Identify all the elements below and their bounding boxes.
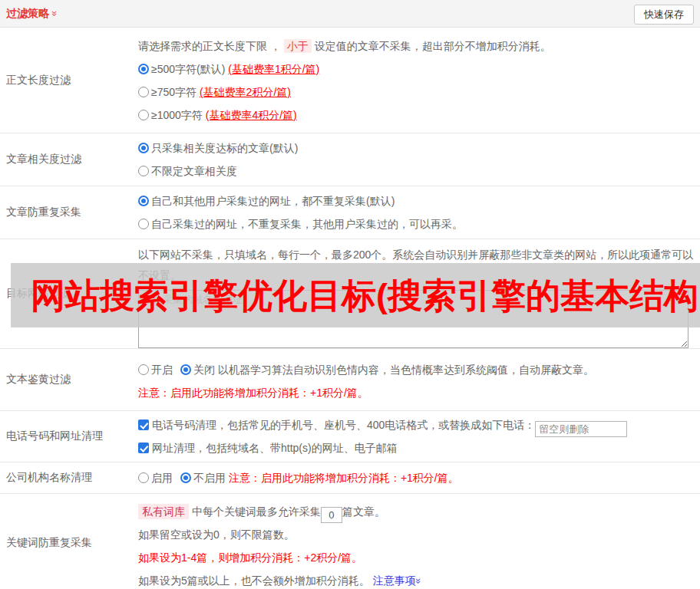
company-cleanup-cost-note: 注意：启用此功能将增加积分消耗：+1积分/篇。	[229, 472, 459, 484]
checkbox-url-cleanup-checked[interactable]	[138, 443, 149, 453]
row-phone-url-cleanup: 电话号码和网址清理 电话号码清理，包括常见的手机号、座机号、400电话格式，或替…	[0, 411, 700, 462]
porn-filter-options: 开启关闭 以机器学习算法自动识别色情内容，当色情概率达到系统阈值，自动屏蔽文章。	[138, 358, 700, 381]
relevance-option-strict[interactable]: 只采集相关度达标的文章(默认)	[138, 137, 700, 160]
quick-save-button[interactable]: 快速保存	[634, 5, 694, 25]
radio-porn-on[interactable]	[138, 364, 149, 375]
company-cleanup-options: 启用不启用 注意：启用此功能将增加积分消耗：+1积分/篇。	[138, 466, 700, 489]
row-relevance-filter: 文章相关度过滤 只采集相关度达标的文章(默认) 不限定文章相关度	[0, 133, 700, 186]
section-header-bar: 过滤策略 » 快速保存	[0, 0, 700, 28]
chevron-double-down-icon: »	[50, 11, 60, 16]
porn-filter-cost-note: 注意：启用此功能将增加积分消耗：+1积分/篇。	[138, 381, 700, 404]
radio-company-enable[interactable]	[138, 472, 149, 483]
radio-relevance-any[interactable]	[138, 166, 149, 176]
dedup-option-global[interactable]: 自己和其他用户采集过的网址，都不重复采集(默认)	[138, 189, 700, 212]
row-label: 目标网站过滤	[0, 239, 138, 348]
length-filter-intro: 请选择需求的正文长度下限 ， 小于 设定值的文章不采集，超出部分不增加积分消耗。	[138, 35, 695, 58]
filter-settings-page: 过滤策略 » 快速保存 正文长度过滤 请选择需求的正文长度下限 ， 小于 设定值…	[0, 0, 700, 589]
radio-750[interactable]	[138, 87, 149, 97]
phone-cleanup-option: 电话号码清理，包括常见的手机号、座机号、400电话格式，或替换成如下电话：	[138, 414, 700, 437]
row-label: 文本鉴黄过滤	[0, 349, 138, 410]
chevron-double-down-icon: »	[414, 578, 424, 584]
radio-porn-off-selected[interactable]	[180, 364, 191, 375]
keyword-limit-line: 私有词库 中每个关键词最多允许采集篇文章。	[138, 500, 700, 523]
row-keyword-dedup: 关键词防重复采集 私有词库 中每个关键词最多允许采集篇文章。 如果留空或设为0，…	[0, 494, 700, 589]
radio-500-selected[interactable]	[138, 64, 149, 74]
row-label: 关键词防重复采集	[0, 494, 138, 589]
row-label: 正文长度过滤	[0, 28, 138, 133]
row-label: 文章防重复采集	[0, 186, 138, 239]
fee-note: (基础费率2积分/篇)	[200, 86, 291, 98]
porn-filter-description: 以机器学习算法自动识别色情内容，当色情概率达到系统阈值，自动屏蔽文章。	[215, 364, 594, 376]
radio-dedup-own[interactable]	[138, 219, 149, 229]
notice-link[interactable]: 注意事项»	[373, 574, 421, 587]
radio-1000[interactable]	[138, 110, 149, 120]
blocked-sites-textarea[interactable]	[138, 290, 688, 348]
row-porn-filter: 文本鉴黄过滤 开启关闭 以机器学习算法自动识别色情内容，当色情概率达到系统阈值，…	[0, 349, 700, 411]
radio-dedup-global-selected[interactable]	[138, 196, 149, 206]
keyword-note-five-plus: 如果设为5篇或以上，也不会额外增加积分消耗。 注意事项»	[138, 569, 700, 589]
replacement-phone-input[interactable]	[535, 421, 627, 437]
radio-relevance-strict-selected[interactable]	[138, 143, 149, 153]
row-label: 文章相关度过滤	[0, 133, 138, 186]
radio-company-disable-selected[interactable]	[180, 472, 191, 483]
keyword-note-unlimited: 如果留空或设为0，则不限篇数。	[138, 523, 700, 546]
relevance-option-any[interactable]: 不限定文章相关度	[138, 160, 700, 183]
fee-note: (基础费率4积分/篇)	[206, 109, 297, 121]
length-option-500[interactable]: ≥500字符(默认) (基础费率1积分/篇)	[138, 58, 695, 81]
row-label: 电话号码和网址清理	[0, 411, 138, 462]
keyword-note-cost: 如果设为1-4篇，则增加积分消耗：+2积分/篇。	[138, 546, 700, 569]
section-toggle[interactable]: 过滤策略 »	[6, 7, 58, 21]
private-lexicon-link[interactable]: 私有词库	[138, 504, 189, 519]
row-company-name-cleanup: 公司机构名称清理 启用不启用 注意：启用此功能将增加积分消耗：+1积分/篇。	[0, 462, 700, 494]
row-target-site-filter: 目标网站过滤 以下网站不采集，只填域名，每行一个，最多200个。系统会自动识别并…	[0, 239, 700, 349]
fee-note: (基础费率1积分/篇)	[228, 63, 319, 75]
row-article-dedup: 文章防重复采集 自己和其他用户采集过的网址，都不重复采集(默认) 自己采集过的网…	[0, 186, 700, 239]
less-than-highlight: 小于	[284, 39, 312, 53]
row-body-length-filter: 正文长度过滤 请选择需求的正文长度下限 ， 小于 设定值的文章不采集，超出部分不…	[0, 28, 700, 133]
target-site-description: 以下网站不采集，只填域名，每行一个，最多200个。系统会自动识别并屏蔽那些非文章…	[138, 245, 695, 286]
keyword-count-input[interactable]	[321, 507, 342, 523]
section-title: 过滤策略	[6, 7, 49, 21]
dedup-option-own[interactable]: 自己采集过的网址，不重复采集，其他用户采集过的，可以再采。	[138, 212, 700, 235]
length-option-1000[interactable]: ≥1000字符 (基础费率4积分/篇)	[138, 104, 695, 127]
length-option-750[interactable]: ≥750字符 (基础费率2积分/篇)	[138, 81, 695, 104]
checkbox-phone-cleanup-checked[interactable]	[138, 420, 149, 430]
row-label: 公司机构名称清理	[0, 462, 138, 493]
url-cleanup-option: 网址清理，包括纯域名、带http(s)的网址、电子邮箱	[138, 437, 700, 459]
